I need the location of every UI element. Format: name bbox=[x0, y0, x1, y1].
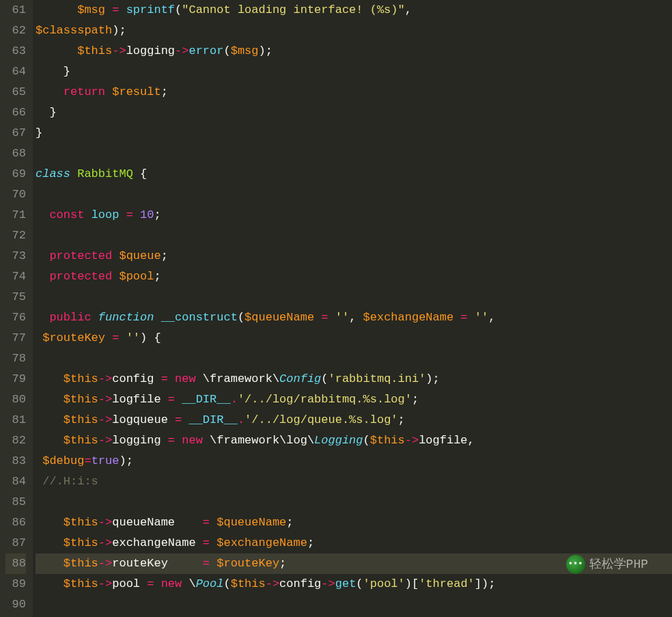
code-line[interactable]: $this->logqueue = __DIR__.'/../log/queue… bbox=[36, 410, 672, 430]
token-plain: ( bbox=[223, 577, 230, 590]
token-plain: logging bbox=[126, 44, 175, 57]
token-var: $this bbox=[77, 44, 112, 57]
token-var: $queue bbox=[119, 249, 160, 262]
token-plain: , bbox=[488, 311, 495, 324]
token-plain: logqueue bbox=[112, 413, 175, 426]
line-number-gutter: 6162636465666768697071727374757677787980… bbox=[0, 0, 33, 617]
token-plain bbox=[36, 475, 42, 488]
code-line[interactable]: public function __construct($queueName =… bbox=[36, 307, 672, 328]
code-line[interactable]: const loop = 10; bbox=[36, 205, 672, 225]
token-plain bbox=[119, 3, 126, 16]
line-number: 79 bbox=[5, 369, 26, 389]
code-line[interactable] bbox=[36, 184, 672, 205]
code-line[interactable]: $routeKey = '') { bbox=[36, 328, 672, 348]
code-line[interactable]: $classspath); bbox=[36, 20, 672, 41]
code-line[interactable]: return $result; bbox=[36, 82, 672, 102]
token-plain: ) { bbox=[140, 331, 161, 344]
token-plain: ; bbox=[161, 85, 168, 98]
line-number: 67 bbox=[5, 123, 26, 143]
token-plain bbox=[36, 249, 49, 262]
code-line[interactable] bbox=[36, 594, 672, 615]
code-line[interactable]: $this->logging->error($msg); bbox=[36, 41, 672, 61]
token-plain: ( bbox=[321, 372, 328, 385]
code-line[interactable] bbox=[36, 287, 672, 307]
token-var: $this bbox=[64, 516, 98, 529]
token-op: new bbox=[161, 577, 182, 590]
token-plain bbox=[154, 311, 160, 324]
token-plain bbox=[105, 331, 112, 344]
token-var: $this bbox=[64, 577, 98, 590]
code-line[interactable]: $this->queueName = $queueName; bbox=[36, 512, 672, 533]
token-plain bbox=[314, 311, 321, 324]
line-number: 61 bbox=[5, 0, 26, 20]
code-line[interactable]: $debug=true); bbox=[36, 451, 672, 471]
token-str: '/../log/rabbitmq.%s.log' bbox=[238, 393, 412, 406]
token-plain: ); bbox=[119, 454, 132, 467]
token-op: = bbox=[460, 311, 467, 324]
code-line[interactable] bbox=[36, 348, 672, 369]
token-plain bbox=[175, 434, 182, 447]
token-plain bbox=[70, 167, 77, 180]
code-line[interactable]: $msg = sprintf("Cannot loading interface… bbox=[36, 0, 672, 20]
code-line[interactable]: } bbox=[36, 123, 672, 143]
line-number: 73 bbox=[5, 246, 26, 266]
token-plain bbox=[175, 393, 182, 406]
code-line[interactable] bbox=[36, 225, 672, 246]
token-plain bbox=[36, 454, 42, 467]
token-const: true bbox=[92, 454, 120, 467]
token-plain: config bbox=[279, 577, 321, 590]
line-number: 78 bbox=[5, 348, 26, 369]
code-line[interactable] bbox=[36, 143, 672, 164]
code-line[interactable]: $this->logging = new \framework\log\Logg… bbox=[36, 430, 672, 451]
token-op: = bbox=[147, 577, 154, 590]
code-line[interactable]: $this->exchangeName = $exchangeName; bbox=[36, 533, 672, 553]
token-plain bbox=[36, 557, 64, 570]
token-plain: ; bbox=[161, 249, 168, 262]
token-plain: ; bbox=[154, 270, 160, 283]
code-line[interactable]: $this->logfile = __DIR__.'/../log/rabbit… bbox=[36, 389, 672, 410]
token-plain: exchangeName bbox=[112, 536, 203, 549]
code-line[interactable]: } bbox=[36, 102, 672, 123]
token-str: '' bbox=[335, 311, 349, 324]
token-op: = bbox=[84, 454, 91, 467]
code-area[interactable]: $msg = sprintf("Cannot loading interface… bbox=[33, 0, 672, 617]
token-plain bbox=[36, 434, 64, 447]
line-number: 68 bbox=[5, 143, 26, 164]
token-plain: queueName bbox=[112, 516, 203, 529]
token-op: -> bbox=[98, 557, 112, 570]
token-plain: ; bbox=[412, 393, 419, 406]
code-line[interactable]: $this->pool = new \Pool($this->config->g… bbox=[36, 574, 672, 594]
code-line[interactable]: protected $queue; bbox=[36, 246, 672, 266]
token-op: -> bbox=[321, 577, 335, 590]
line-number: 83 bbox=[5, 451, 26, 471]
token-op: = bbox=[168, 393, 175, 406]
token-fn: get bbox=[335, 577, 356, 590]
token-op: -> bbox=[98, 393, 112, 406]
code-line[interactable]: //.H:i:s bbox=[36, 471, 672, 492]
code-editor[interactable]: 6162636465666768697071727374757677787980… bbox=[0, 0, 672, 617]
token-op: -> bbox=[98, 434, 112, 447]
code-line[interactable]: class RabbitMQ { bbox=[36, 164, 672, 184]
token-plain bbox=[36, 372, 64, 385]
token-plain bbox=[119, 208, 126, 221]
token-op: -> bbox=[175, 44, 188, 57]
token-plain: , bbox=[405, 3, 412, 16]
line-number: 62 bbox=[5, 20, 26, 41]
token-plain: ]); bbox=[475, 577, 496, 590]
code-line[interactable]: $this->config = new \framework\Config('r… bbox=[36, 369, 672, 389]
code-line[interactable]: protected $pool; bbox=[36, 266, 672, 287]
token-plain bbox=[210, 536, 216, 549]
token-kw2: class bbox=[36, 167, 70, 180]
token-plain bbox=[36, 516, 64, 529]
code-line[interactable]: } bbox=[36, 61, 672, 82]
line-number: 82 bbox=[5, 430, 26, 451]
token-plain bbox=[36, 85, 64, 98]
code-line[interactable] bbox=[36, 492, 672, 512]
line-number: 76 bbox=[5, 307, 26, 328]
token-plain bbox=[36, 536, 64, 549]
token-fn: __DIR__ bbox=[182, 393, 230, 406]
token-modifier: public bbox=[49, 311, 91, 324]
line-number: 74 bbox=[5, 266, 26, 287]
code-line[interactable]: $this->routeKey = $routeKey; bbox=[36, 553, 672, 574]
token-plain bbox=[468, 311, 475, 324]
